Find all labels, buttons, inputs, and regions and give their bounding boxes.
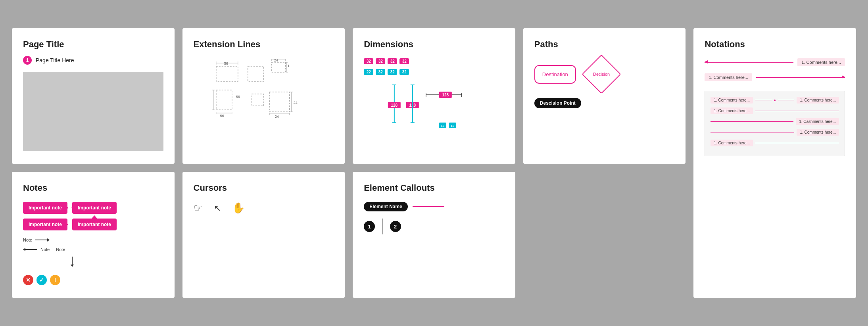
number-circle-1: 1 (364, 221, 375, 232)
notes-card: Notes Important note Important note Impo… (12, 172, 175, 298)
icon-check: ✓ (36, 275, 47, 285)
notation-sub-row-4: 1. Comments here... (711, 129, 839, 136)
decision-label: Decision (593, 72, 610, 77)
note-bubble-label-2: Important note (78, 205, 111, 211)
arrow-cursor-icon: ↖ (214, 203, 221, 213)
svg-text:56: 56 (236, 95, 240, 99)
main-grid: Page Title 1 Page Title Here Extension L… (12, 28, 856, 298)
cursors-title: Cursors (194, 183, 334, 193)
element-name-badge: Element Name (364, 202, 408, 211)
svg-rect-0 (216, 66, 238, 81)
dim-chip-teal-2: 32 (376, 69, 385, 75)
callout-element-row: Element Name (364, 202, 504, 211)
element-callouts-card: Element Callouts Element Name 1 2 (353, 172, 515, 298)
note-text-2: Note (40, 247, 50, 252)
destination-shape: Destination (534, 65, 576, 84)
numbered-item: 1 Page Title Here (23, 56, 163, 65)
thin-line-1 (755, 100, 772, 100)
notation-sub-row-5: 1. Comments here... (711, 140, 839, 146)
notation-item-2: 1. Comments here... (705, 73, 845, 81)
dim-chip-pink-2: 32 (376, 58, 385, 64)
notes-row-2: Important note Important note (23, 219, 163, 230)
notes-icons-row: ✕ ✓ ! (23, 275, 163, 285)
notation-sub-label-4r: 1. Comments here... (797, 129, 839, 136)
notation-sub-row-1: 1. Comments here... 1. Comments here... (711, 97, 839, 104)
dimensions-title: Dimensions (364, 39, 504, 50)
notation-sub-label-1: 1. Comments here... (711, 97, 753, 104)
notation-sub-label-1r: 1. Comments here... (797, 97, 839, 104)
notation-sub-label-5: 1. Comments here... (711, 140, 753, 146)
note-bubble-label-3: Important note (29, 222, 62, 227)
note-text-1: Note (23, 238, 32, 242)
decision-point-badge: Descision Point (534, 98, 581, 108)
number-circle-2: 2 (390, 221, 401, 232)
svg-rect-24 (252, 94, 263, 106)
callouts-title: Element Callouts (364, 183, 504, 193)
svg-text:128: 128 (391, 103, 398, 107)
paths-title: Paths (534, 39, 675, 50)
dim-chip-pink-4: 32 (399, 58, 409, 64)
thin-line-2 (755, 111, 839, 111)
svg-text:16: 16 (441, 124, 445, 128)
dim-chip-teal-4: 32 (399, 69, 409, 75)
note-bubble-label-1: Important note (29, 205, 62, 211)
callout-numbers-row: 1 2 (364, 219, 504, 234)
notation-sub-label-2: 1. Comments here... (711, 107, 753, 114)
cursors-row: ☞ ↖ ✋ (194, 202, 334, 214)
dim-chip-teal-1: 22 (364, 69, 373, 75)
decision-shape: Decision (582, 55, 621, 94)
notations-card: Notations 1. Comments here... 1. Comment… (693, 28, 856, 298)
hand-grab-icon: ✋ (232, 202, 245, 214)
notes-title: Notes (23, 183, 163, 193)
note-bubble-1: Important note (23, 202, 67, 214)
svg-rect-15 (216, 90, 232, 110)
dimensions-card: Dimensions 32 32 32 32 22 32 32 32 (353, 28, 515, 164)
note-bubble-label-4: Important note (78, 222, 111, 227)
numbered-label: Page Title Here (36, 57, 74, 63)
svg-text:56: 56 (220, 114, 224, 118)
thin-line-5 (755, 143, 839, 143)
paths-card: Paths Destination Decision Descision Poi… (523, 28, 686, 164)
page-title-card: Page Title 1 Page Title Here (12, 28, 175, 164)
dot-1 (774, 100, 776, 101)
path-shapes: Destination Decision (534, 58, 675, 90)
svg-text:24: 24 (275, 115, 278, 119)
notation-item-1: 1. Comments here... (705, 58, 845, 66)
note-bubble-4: Important note (72, 219, 117, 230)
notes-content: Important note Important note Important … (23, 202, 163, 285)
notation-sub-row-3: 1. Cashments here... (711, 118, 839, 125)
extension-lines-svg: 56 24 1 56 (194, 58, 334, 122)
vertical-line (382, 219, 383, 234)
notation-box: 1. Comments here... 1. Comments here... … (705, 91, 845, 156)
note-bubble-2: Important note (72, 202, 117, 214)
svg-text:16: 16 (451, 124, 455, 128)
notation-sub-row-2: 1. Comments here... (711, 107, 839, 114)
notation-label-2: 1. Comments here... (705, 73, 752, 81)
svg-rect-6 (271, 62, 285, 72)
dim-chip-pink-3: 32 (388, 58, 397, 64)
notation-label-1: 1. Comments here... (797, 58, 845, 66)
dimensions-svg: 128 128 128 16 16 (364, 83, 504, 134)
thin-line-4 (711, 132, 794, 132)
extension-lines-card: Extension Lines 56 24 1 (182, 28, 345, 164)
svg-text:128: 128 (442, 93, 449, 97)
notations-title: Notations (705, 39, 845, 50)
note-text-3: Note (56, 247, 65, 252)
notation-line-right (756, 77, 845, 78)
placeholder-image (23, 72, 163, 151)
extension-lines-title: Extension Lines (194, 39, 334, 50)
arrow-right-1 (35, 238, 50, 242)
thin-line-3 (711, 121, 793, 122)
thin-line-1b (778, 100, 794, 100)
svg-rect-5 (248, 66, 263, 81)
cursors-card: Cursors ☞ ↖ ✋ (182, 172, 345, 298)
svg-text:56: 56 (224, 61, 228, 65)
dim-chip-pink-1: 32 (364, 58, 373, 64)
hand-open-icon: ☞ (194, 202, 203, 214)
note-bubble-3: Important note (23, 219, 67, 230)
notation-sub-label-3r: 1. Cashments here... (796, 118, 839, 125)
notes-row-1: Important note Important note (23, 202, 163, 214)
dimensions-content: 32 32 32 32 22 32 32 32 128 (364, 58, 504, 134)
svg-text:24: 24 (274, 58, 278, 62)
svg-text:1: 1 (287, 64, 289, 68)
